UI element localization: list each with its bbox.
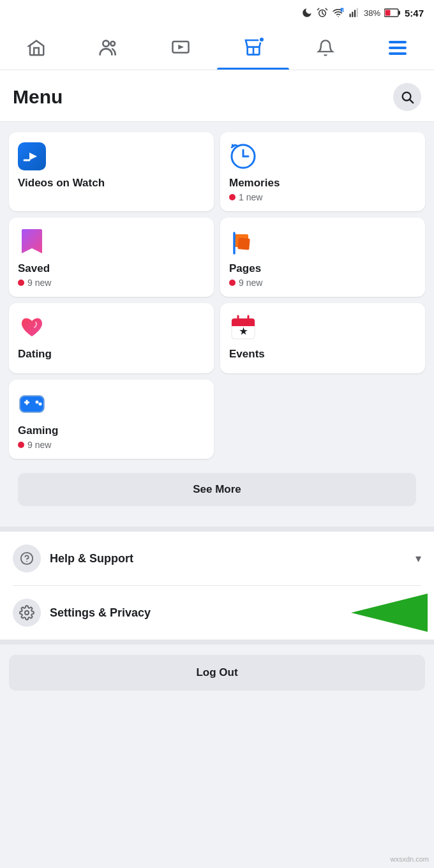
- svg-rect-4: [349, 14, 350, 17]
- nav-marketplace[interactable]: [217, 26, 289, 70]
- logout-button[interactable]: Log Out: [9, 655, 425, 691]
- section-divider: [0, 527, 434, 532]
- nav-friends[interactable]: [72, 26, 144, 70]
- pages-icon: [229, 228, 257, 256]
- help-icon-container: [13, 544, 41, 572]
- battery-text: 38%: [364, 8, 380, 18]
- moon-icon: [301, 7, 313, 19]
- svg-point-12: [110, 41, 115, 46]
- settings-privacy-row[interactable]: Settings & Privacy: [13, 586, 421, 640]
- gaming-badge: 9 new: [18, 440, 205, 450]
- nav-watch[interactable]: [145, 26, 217, 70]
- settings-privacy-label: Settings & Privacy: [50, 606, 421, 620]
- svg-line-20: [410, 100, 413, 103]
- menu-title: Menu: [13, 86, 63, 108]
- heart-icon: [18, 313, 46, 341]
- help-support-row[interactable]: Help & Support ▾: [13, 532, 421, 586]
- menu-grid: Videos on Watch Memories 1 new: [9, 132, 425, 459]
- status-icons: 1 38% 5:47: [301, 7, 424, 19]
- gaming-icon: [18, 390, 46, 418]
- question-icon: [20, 551, 34, 565]
- help-support-label: Help & Support: [50, 552, 415, 565]
- memories-badge-text: 1 new: [239, 192, 262, 202]
- settings-icon-container: [13, 599, 41, 627]
- videos-label: Videos on Watch: [18, 177, 205, 190]
- gaming-label: Gaming: [18, 424, 205, 437]
- bell-icon: [317, 38, 334, 57]
- svg-rect-5: [352, 12, 353, 17]
- calendar-icon: ★: [229, 313, 257, 341]
- saved-badge-text: 9 new: [27, 278, 51, 288]
- flag-icon: [229, 228, 257, 256]
- battery-icon: [384, 8, 401, 17]
- signal-icon: [348, 7, 360, 19]
- logout-divider: [0, 640, 434, 645]
- nav-menu[interactable]: [362, 26, 434, 70]
- gaming-dot: [18, 442, 24, 448]
- svg-point-1: [338, 16, 339, 17]
- menu-header: Menu: [0, 70, 434, 122]
- see-more-section: See More: [0, 473, 434, 527]
- menu-card-memories[interactable]: Memories 1 new: [220, 132, 425, 211]
- dating-label: Dating: [18, 348, 205, 361]
- svg-point-38: [36, 401, 39, 404]
- alarm-icon: [317, 7, 328, 19]
- menu-card-gaming[interactable]: Gaming 9 new: [9, 380, 214, 459]
- pages-badge-text: 9 new: [239, 278, 262, 288]
- events-label: Events: [229, 348, 416, 361]
- svg-point-39: [39, 403, 42, 406]
- memories-badge: 1 new: [229, 192, 416, 202]
- pages-badge: 9 new: [229, 278, 416, 288]
- see-more-button[interactable]: See More: [18, 473, 416, 506]
- svg-point-43: [25, 611, 29, 615]
- watermark: wxsxdn.com: [390, 855, 429, 863]
- videos-play-icon: [23, 149, 41, 163]
- hamburger-icon: [389, 41, 407, 55]
- menu-card-events[interactable]: ★ Events: [220, 303, 425, 373]
- settings-section: Help & Support ▾ Settings & Privacy: [0, 532, 434, 640]
- svg-rect-16: [389, 41, 407, 43]
- search-button[interactable]: [393, 83, 421, 111]
- pages-dot: [229, 280, 236, 286]
- logout-section: Log Out: [0, 645, 434, 701]
- menu-card-videos[interactable]: Videos on Watch: [9, 132, 214, 211]
- nav-bar: [0, 26, 434, 70]
- saved-dot: [18, 280, 24, 286]
- events-icon: ★: [229, 313, 257, 341]
- wifi-icon: 1: [332, 7, 345, 19]
- dating-icon: [18, 313, 46, 341]
- memories-dot: [229, 194, 236, 200]
- saved-badge: 9 new: [18, 278, 205, 288]
- memories-icon: [229, 142, 257, 170]
- svg-rect-7: [357, 8, 358, 17]
- svg-rect-37: [26, 400, 28, 405]
- status-bar: 1 38% 5:47: [0, 0, 434, 26]
- friends-icon: [98, 38, 119, 58]
- svg-text:★: ★: [239, 326, 248, 336]
- controller-icon: [18, 390, 46, 418]
- menu-grid-section: Videos on Watch Memories 1 new: [0, 122, 434, 469]
- memories-clock-icon: [229, 142, 257, 170]
- search-icon: [400, 90, 414, 104]
- memories-label: Memories: [229, 177, 416, 190]
- menu-card-saved[interactable]: Saved 9 new: [9, 218, 214, 297]
- svg-point-42: [26, 561, 27, 562]
- svg-marker-14: [179, 45, 184, 50]
- menu-card-dating[interactable]: Dating: [9, 303, 214, 373]
- status-time: 5:47: [405, 8, 424, 19]
- svg-marker-22: [29, 153, 37, 160]
- nav-notifications[interactable]: [289, 26, 361, 70]
- saved-icon: [18, 228, 46, 256]
- help-chevron-icon: ▾: [415, 551, 421, 565]
- menu-card-pages[interactable]: Pages 9 new: [220, 218, 425, 297]
- bookmark-icon: [20, 228, 43, 256]
- gear-icon: [19, 605, 34, 620]
- nav-home[interactable]: [0, 26, 72, 70]
- svg-rect-27: [237, 237, 250, 250]
- svg-rect-18: [389, 52, 407, 55]
- svg-rect-6: [354, 10, 355, 17]
- saved-label: Saved: [18, 262, 205, 275]
- gaming-badge-text: 9 new: [27, 440, 51, 450]
- svg-rect-17: [389, 47, 407, 49]
- pages-label: Pages: [229, 262, 416, 275]
